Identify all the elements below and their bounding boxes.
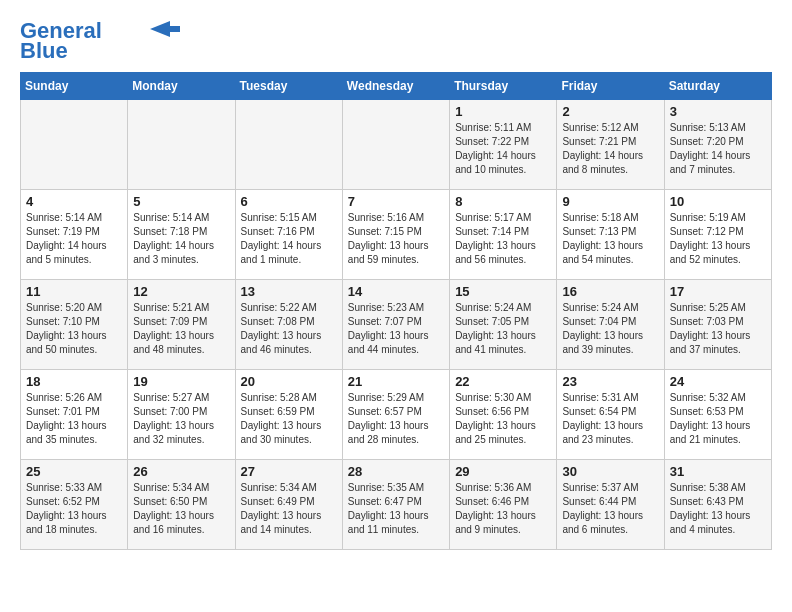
calendar-cell: 17Sunrise: 5:25 AM Sunset: 7:03 PM Dayli… xyxy=(664,280,771,370)
day-number: 30 xyxy=(562,464,658,479)
cell-content: Sunrise: 5:35 AM Sunset: 6:47 PM Dayligh… xyxy=(348,481,444,537)
day-number: 19 xyxy=(133,374,229,389)
cell-content: Sunrise: 5:12 AM Sunset: 7:21 PM Dayligh… xyxy=(562,121,658,177)
day-number: 24 xyxy=(670,374,766,389)
cell-content: Sunrise: 5:15 AM Sunset: 7:16 PM Dayligh… xyxy=(241,211,337,267)
day-number: 11 xyxy=(26,284,122,299)
day-number: 1 xyxy=(455,104,551,119)
cell-content: Sunrise: 5:23 AM Sunset: 7:07 PM Dayligh… xyxy=(348,301,444,357)
day-number: 15 xyxy=(455,284,551,299)
logo: General Blue xyxy=(20,20,180,62)
calendar-cell: 30Sunrise: 5:37 AM Sunset: 6:44 PM Dayli… xyxy=(557,460,664,550)
calendar-cell xyxy=(342,100,449,190)
calendar-cell: 24Sunrise: 5:32 AM Sunset: 6:53 PM Dayli… xyxy=(664,370,771,460)
cell-content: Sunrise: 5:36 AM Sunset: 6:46 PM Dayligh… xyxy=(455,481,551,537)
calendar-cell: 19Sunrise: 5:27 AM Sunset: 7:00 PM Dayli… xyxy=(128,370,235,460)
svg-marker-0 xyxy=(150,21,180,37)
day-number: 8 xyxy=(455,194,551,209)
day-number: 21 xyxy=(348,374,444,389)
cell-content: Sunrise: 5:16 AM Sunset: 7:15 PM Dayligh… xyxy=(348,211,444,267)
day-number: 4 xyxy=(26,194,122,209)
cell-content: Sunrise: 5:14 AM Sunset: 7:19 PM Dayligh… xyxy=(26,211,122,267)
cell-content: Sunrise: 5:13 AM Sunset: 7:20 PM Dayligh… xyxy=(670,121,766,177)
calendar-cell: 8Sunrise: 5:17 AM Sunset: 7:14 PM Daylig… xyxy=(450,190,557,280)
calendar-cell: 28Sunrise: 5:35 AM Sunset: 6:47 PM Dayli… xyxy=(342,460,449,550)
cell-content: Sunrise: 5:14 AM Sunset: 7:18 PM Dayligh… xyxy=(133,211,229,267)
calendar-cell: 25Sunrise: 5:33 AM Sunset: 6:52 PM Dayli… xyxy=(21,460,128,550)
weekday-header-sunday: Sunday xyxy=(21,73,128,100)
weekday-header-row: SundayMondayTuesdayWednesdayThursdayFrid… xyxy=(21,73,772,100)
day-number: 10 xyxy=(670,194,766,209)
calendar-cell: 11Sunrise: 5:20 AM Sunset: 7:10 PM Dayli… xyxy=(21,280,128,370)
cell-content: Sunrise: 5:21 AM Sunset: 7:09 PM Dayligh… xyxy=(133,301,229,357)
day-number: 28 xyxy=(348,464,444,479)
cell-content: Sunrise: 5:29 AM Sunset: 6:57 PM Dayligh… xyxy=(348,391,444,447)
day-number: 22 xyxy=(455,374,551,389)
weekday-header-friday: Friday xyxy=(557,73,664,100)
calendar-table: SundayMondayTuesdayWednesdayThursdayFrid… xyxy=(20,72,772,550)
calendar-cell: 4Sunrise: 5:14 AM Sunset: 7:19 PM Daylig… xyxy=(21,190,128,280)
calendar-header: SundayMondayTuesdayWednesdayThursdayFrid… xyxy=(21,73,772,100)
weekday-header-tuesday: Tuesday xyxy=(235,73,342,100)
calendar-cell: 7Sunrise: 5:16 AM Sunset: 7:15 PM Daylig… xyxy=(342,190,449,280)
calendar-cell: 5Sunrise: 5:14 AM Sunset: 7:18 PM Daylig… xyxy=(128,190,235,280)
cell-content: Sunrise: 5:27 AM Sunset: 7:00 PM Dayligh… xyxy=(133,391,229,447)
calendar-week-3: 11Sunrise: 5:20 AM Sunset: 7:10 PM Dayli… xyxy=(21,280,772,370)
cell-content: Sunrise: 5:18 AM Sunset: 7:13 PM Dayligh… xyxy=(562,211,658,267)
day-number: 13 xyxy=(241,284,337,299)
cell-content: Sunrise: 5:19 AM Sunset: 7:12 PM Dayligh… xyxy=(670,211,766,267)
day-number: 17 xyxy=(670,284,766,299)
calendar-cell: 29Sunrise: 5:36 AM Sunset: 6:46 PM Dayli… xyxy=(450,460,557,550)
calendar-cell: 13Sunrise: 5:22 AM Sunset: 7:08 PM Dayli… xyxy=(235,280,342,370)
cell-content: Sunrise: 5:26 AM Sunset: 7:01 PM Dayligh… xyxy=(26,391,122,447)
calendar-cell: 22Sunrise: 5:30 AM Sunset: 6:56 PM Dayli… xyxy=(450,370,557,460)
logo-blue-text: Blue xyxy=(20,40,68,62)
cell-content: Sunrise: 5:34 AM Sunset: 6:50 PM Dayligh… xyxy=(133,481,229,537)
calendar-week-5: 25Sunrise: 5:33 AM Sunset: 6:52 PM Dayli… xyxy=(21,460,772,550)
weekday-header-saturday: Saturday xyxy=(664,73,771,100)
day-number: 9 xyxy=(562,194,658,209)
day-number: 6 xyxy=(241,194,337,209)
cell-content: Sunrise: 5:11 AM Sunset: 7:22 PM Dayligh… xyxy=(455,121,551,177)
cell-content: Sunrise: 5:20 AM Sunset: 7:10 PM Dayligh… xyxy=(26,301,122,357)
calendar-cell: 15Sunrise: 5:24 AM Sunset: 7:05 PM Dayli… xyxy=(450,280,557,370)
cell-content: Sunrise: 5:33 AM Sunset: 6:52 PM Dayligh… xyxy=(26,481,122,537)
calendar-cell: 20Sunrise: 5:28 AM Sunset: 6:59 PM Dayli… xyxy=(235,370,342,460)
day-number: 3 xyxy=(670,104,766,119)
calendar-cell: 27Sunrise: 5:34 AM Sunset: 6:49 PM Dayli… xyxy=(235,460,342,550)
calendar-cell: 9Sunrise: 5:18 AM Sunset: 7:13 PM Daylig… xyxy=(557,190,664,280)
cell-content: Sunrise: 5:22 AM Sunset: 7:08 PM Dayligh… xyxy=(241,301,337,357)
day-number: 27 xyxy=(241,464,337,479)
day-number: 2 xyxy=(562,104,658,119)
day-number: 29 xyxy=(455,464,551,479)
day-number: 23 xyxy=(562,374,658,389)
calendar-cell xyxy=(235,100,342,190)
day-number: 7 xyxy=(348,194,444,209)
day-number: 20 xyxy=(241,374,337,389)
calendar-cell: 31Sunrise: 5:38 AM Sunset: 6:43 PM Dayli… xyxy=(664,460,771,550)
cell-content: Sunrise: 5:17 AM Sunset: 7:14 PM Dayligh… xyxy=(455,211,551,267)
calendar-cell xyxy=(128,100,235,190)
cell-content: Sunrise: 5:28 AM Sunset: 6:59 PM Dayligh… xyxy=(241,391,337,447)
weekday-header-wednesday: Wednesday xyxy=(342,73,449,100)
day-number: 25 xyxy=(26,464,122,479)
calendar-cell: 6Sunrise: 5:15 AM Sunset: 7:16 PM Daylig… xyxy=(235,190,342,280)
cell-content: Sunrise: 5:24 AM Sunset: 7:04 PM Dayligh… xyxy=(562,301,658,357)
calendar-cell: 10Sunrise: 5:19 AM Sunset: 7:12 PM Dayli… xyxy=(664,190,771,280)
day-number: 5 xyxy=(133,194,229,209)
day-number: 14 xyxy=(348,284,444,299)
header: General Blue xyxy=(20,20,772,62)
weekday-header-thursday: Thursday xyxy=(450,73,557,100)
day-number: 18 xyxy=(26,374,122,389)
calendar-week-1: 1Sunrise: 5:11 AM Sunset: 7:22 PM Daylig… xyxy=(21,100,772,190)
day-number: 16 xyxy=(562,284,658,299)
calendar-cell: 21Sunrise: 5:29 AM Sunset: 6:57 PM Dayli… xyxy=(342,370,449,460)
logo-icon xyxy=(150,21,180,37)
calendar-cell: 1Sunrise: 5:11 AM Sunset: 7:22 PM Daylig… xyxy=(450,100,557,190)
calendar-body: 1Sunrise: 5:11 AM Sunset: 7:22 PM Daylig… xyxy=(21,100,772,550)
cell-content: Sunrise: 5:25 AM Sunset: 7:03 PM Dayligh… xyxy=(670,301,766,357)
calendar-week-4: 18Sunrise: 5:26 AM Sunset: 7:01 PM Dayli… xyxy=(21,370,772,460)
cell-content: Sunrise: 5:32 AM Sunset: 6:53 PM Dayligh… xyxy=(670,391,766,447)
cell-content: Sunrise: 5:34 AM Sunset: 6:49 PM Dayligh… xyxy=(241,481,337,537)
calendar-week-2: 4Sunrise: 5:14 AM Sunset: 7:19 PM Daylig… xyxy=(21,190,772,280)
